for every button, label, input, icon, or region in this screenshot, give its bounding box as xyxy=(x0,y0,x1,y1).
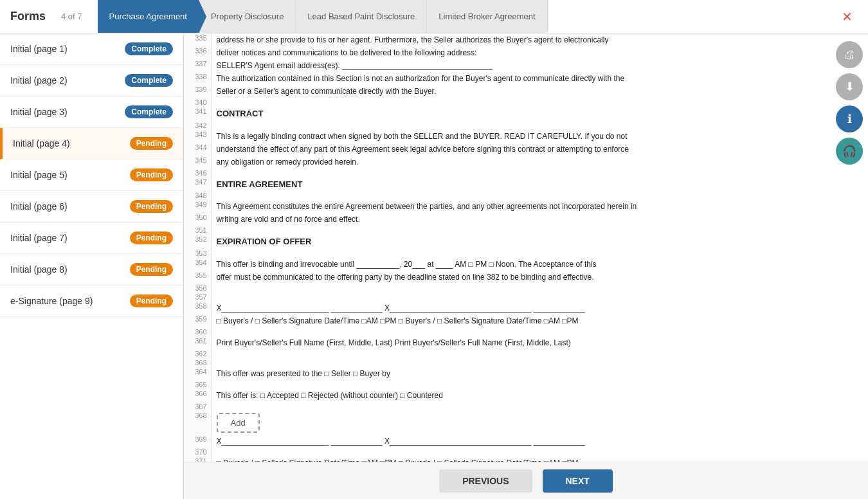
line-content: offer must be communicated to the offeri… xyxy=(211,271,868,284)
sidebar-item-label: Initial (page 3) xyxy=(10,107,68,117)
line-content xyxy=(211,358,868,367)
line-content: □ Buyer's / □ Seller's Signature Date/Ti… xyxy=(211,457,868,462)
table-row: 336deliver notices and communications to… xyxy=(184,46,868,59)
table-row: 340 xyxy=(184,98,868,107)
line-number: 350 xyxy=(184,213,211,226)
top-bar: Forms 4 of 7 Purchase AgreementProperty … xyxy=(0,0,868,33)
info-icon[interactable]: ℹ xyxy=(836,105,863,132)
table-row: 371□ Buyer's / □ Seller's Signature Date… xyxy=(184,457,868,462)
add-button[interactable]: Add xyxy=(217,413,260,433)
right-icons-panel: 🖨⬇ℹ🎧 xyxy=(831,33,868,172)
table-row: 342 xyxy=(184,121,868,130)
table-row: 354This offer is binding and irrevocable… xyxy=(184,258,868,271)
sidebar-item-page7[interactable]: Initial (page 7)Pending xyxy=(0,222,183,254)
table-row: 369X_________________________ __________… xyxy=(184,435,868,448)
bottom-bar: PREVIOUS NEXT xyxy=(184,462,868,499)
table-row: 349This Agreement constitutes the entire… xyxy=(184,200,868,213)
close-button[interactable]: ✕ xyxy=(836,8,858,26)
table-row: 348 xyxy=(184,191,868,200)
sidebar-item-page9[interactable]: e-Signature (page 9)Pending xyxy=(0,286,183,317)
line-content xyxy=(211,98,868,107)
line-number: 358 xyxy=(184,302,211,314)
status-badge: Pending xyxy=(130,295,173,307)
line-content: This offer is: □ Accepted □ Rejected (wi… xyxy=(211,389,868,402)
sidebar-item-page6[interactable]: Initial (page 6)Pending xyxy=(0,191,183,222)
line-content: X_________________________ ____________ … xyxy=(211,302,868,314)
line-number: 341 xyxy=(184,107,211,121)
previous-button[interactable]: PREVIOUS xyxy=(439,469,532,493)
line-content xyxy=(211,448,868,457)
status-badge: Pending xyxy=(130,168,173,181)
status-badge: Complete xyxy=(125,42,173,55)
line-content xyxy=(211,121,868,130)
doc-table: 335address he or she provide to his or h… xyxy=(184,33,868,462)
table-row: 356 xyxy=(184,284,868,293)
line-content: This offer is binding and irrevocable un… xyxy=(211,258,868,271)
line-number: 345 xyxy=(184,156,211,168)
table-row: 360 xyxy=(184,327,868,336)
sidebar-item-label: Initial (page 4) xyxy=(13,138,70,149)
line-number: 355 xyxy=(184,271,211,284)
table-row: 363 xyxy=(184,358,868,367)
line-number: 337 xyxy=(184,59,211,72)
table-row: 364This offer was presented to the □ Sel… xyxy=(184,367,868,380)
line-number: 344 xyxy=(184,143,211,156)
download-icon[interactable]: ⬇ xyxy=(836,73,863,100)
table-row: 357 xyxy=(184,293,868,302)
line-content xyxy=(211,380,868,389)
table-row: 370 xyxy=(184,448,868,457)
table-row: 368Add xyxy=(184,411,868,435)
line-content: writing are void and of no force and eff… xyxy=(211,213,868,226)
line-number: 362 xyxy=(184,349,211,358)
status-badge: Complete xyxy=(125,105,173,118)
line-number: 356 xyxy=(184,284,211,293)
sidebar-item-page5[interactable]: Initial (page 5)Pending xyxy=(0,159,183,191)
line-content: deliver notices and communications to be… xyxy=(211,46,868,59)
line-number: 359 xyxy=(184,314,211,327)
tab-lead-based-paint[interactable]: Lead Based Paint Disclosure xyxy=(296,0,427,33)
table-row: 355offer must be communicated to the off… xyxy=(184,271,868,284)
line-content xyxy=(211,402,868,411)
tab-property-disclosure[interactable]: Property Disclosure xyxy=(199,0,296,33)
content-area: 335address he or she provide to his or h… xyxy=(184,33,868,499)
tabs-container: Purchase AgreementProperty DisclosureLea… xyxy=(98,0,836,33)
table-row: 361Print Buyer's/Seller's Full Name (Fir… xyxy=(184,336,868,349)
line-content: This is a legally binding contract when … xyxy=(211,130,868,143)
line-content: This offer was presented to the □ Seller… xyxy=(211,367,868,380)
line-number: 353 xyxy=(184,249,211,258)
sidebar-item-label: Initial (page 6) xyxy=(10,201,68,212)
line-content: X_________________________ ____________ … xyxy=(211,435,868,448)
sidebar-item-page3[interactable]: Initial (page 3)Complete xyxy=(0,96,183,128)
line-content: The authorization contained in this Sect… xyxy=(211,72,868,85)
sidebar-item-page4[interactable]: Initial (page 4)Pending xyxy=(0,128,183,159)
line-number: 347 xyxy=(184,177,211,192)
table-row: 367 xyxy=(184,402,868,411)
line-content: understand the effect of any part of thi… xyxy=(211,143,868,156)
line-content xyxy=(211,249,868,258)
sidebar-item-page2[interactable]: Initial (page 2)Complete xyxy=(0,65,183,96)
status-badge: Pending xyxy=(130,137,173,150)
line-content: □ Buyer's / □ Seller's Signature Date/Ti… xyxy=(211,314,868,327)
line-number: 357 xyxy=(184,293,211,302)
line-number: 361 xyxy=(184,336,211,349)
line-number: 342 xyxy=(184,121,211,130)
status-badge: Pending xyxy=(130,231,173,244)
line-number: 346 xyxy=(184,168,211,177)
line-content xyxy=(211,284,868,293)
sidebar-item-label: Initial (page 8) xyxy=(10,264,68,275)
line-content: CONTRACT xyxy=(211,107,868,121)
audio-icon[interactable]: 🎧 xyxy=(836,138,863,165)
doc-area[interactable]: 335address he or she provide to his or h… xyxy=(184,33,868,462)
sidebar-item-page1[interactable]: Initial (page 1)Complete xyxy=(0,33,183,65)
line-number: 363 xyxy=(184,358,211,367)
sidebar-item-page8[interactable]: Initial (page 8)Pending xyxy=(0,254,183,286)
tab-purchase-agreement[interactable]: Purchase Agreement xyxy=(98,0,199,33)
tab-limited-broker[interactable]: Limited Broker Agreement xyxy=(427,0,547,33)
print-icon[interactable]: 🖨 xyxy=(836,41,863,68)
line-content: ENTIRE AGREEMENT xyxy=(211,177,868,192)
line-number: 366 xyxy=(184,389,211,402)
line-number: 339 xyxy=(184,85,211,98)
table-row: 365 xyxy=(184,380,868,389)
step-indicator: 4 of 7 xyxy=(61,12,82,21)
next-button[interactable]: NEXT xyxy=(543,469,613,493)
